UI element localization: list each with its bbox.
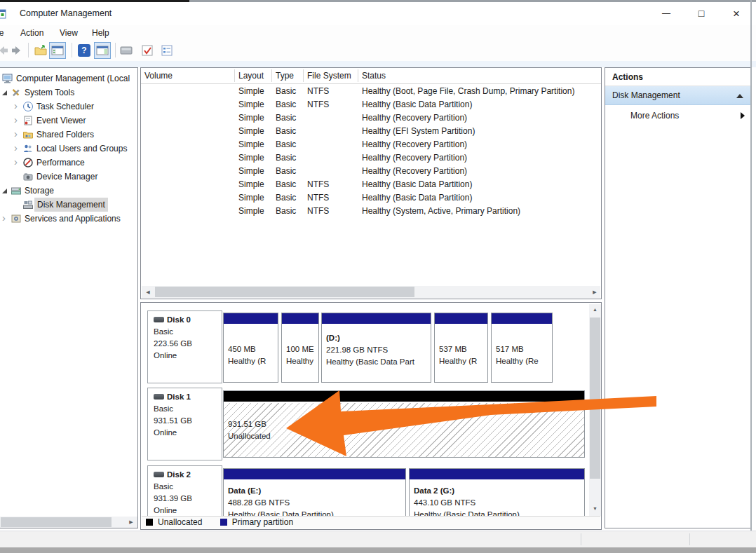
partition-size: 517 MB [496, 343, 552, 355]
partition-label: (D:) [326, 332, 431, 344]
volume-type: Basic [276, 125, 305, 138]
disk0-partition-5[interactable]: 517 MB Healthy (Re [491, 313, 553, 383]
sidebar-item-label: Local Users and Groups [36, 142, 127, 156]
volume-layout: Simple [238, 178, 274, 191]
statusbar-separator [581, 533, 581, 545]
export-list-button[interactable] [32, 42, 49, 59]
chevron-collapsed-icon[interactable]: › [14, 156, 18, 168]
more-actions-label: More Actions [630, 111, 679, 121]
chevron-expanded-icon[interactable] [2, 189, 7, 193]
table-row[interactable]: Data 2 (G:) Simple Basic NTFS Healthy (B… [141, 191, 601, 205]
chevron-collapsed-icon[interactable]: › [14, 100, 18, 112]
volume-fs: NTFS [307, 85, 359, 98]
column-separator [234, 69, 235, 82]
table-row[interactable]: (D:) Simple Basic NTFS Healthy (Basic Da… [141, 98, 601, 111]
partition-size: 443.10 GB NTFS [414, 497, 584, 509]
volume-status: Healthy (Basic Data Partition) [362, 191, 599, 205]
disk-vertical-scrollbar[interactable]: ▲ ▼ [589, 304, 601, 516]
disk0-partition-4[interactable]: 537 MB Healthy (R [434, 313, 488, 383]
table-row[interactable]: (Disk 0 partition 1) Simple Basic Health… [141, 111, 601, 125]
more-actions-item[interactable]: More Actions [605, 107, 750, 124]
table-row[interactable]: (Disk 0 partition 6) Simple Basic Health… [141, 151, 601, 165]
scrollbar-thumb[interactable] [590, 318, 600, 479]
disk0-partition-2[interactable]: 100 ME Healthy [281, 313, 319, 383]
console-window-button[interactable] [118, 42, 135, 59]
check-document-button[interactable] [139, 42, 156, 59]
toolbar: ? [0, 41, 756, 62]
volume-type: Basic [276, 85, 305, 98]
menu-file[interactable]: File [0, 25, 5, 41]
table-row[interactable]: (Disk 0 partition 5) Simple Basic Health… [141, 138, 601, 151]
volume-layout: Simple [238, 165, 274, 178]
partition-size: 931.51 GB [228, 418, 584, 430]
sidebar-item-label: Computer Management (Local [16, 71, 130, 86]
table-row[interactable]: Data (E:) Simple Basic NTFS Healthy (Bas… [141, 178, 601, 191]
minimize-button[interactable]: — [650, 2, 682, 25]
actions-section-label: Disk Management [612, 90, 680, 100]
sidebar-item-label: Device Manager [36, 170, 97, 184]
disk-size: 223.56 GB [154, 338, 222, 350]
collapse-section-icon[interactable] [736, 94, 743, 98]
scroll-down-icon[interactable]: ▼ [590, 506, 600, 516]
task-scheduler-icon [22, 101, 34, 112]
console-tree-toggle-button[interactable] [49, 42, 66, 59]
partition-status: Healthy (Re [496, 355, 552, 367]
chevron-expanded-icon[interactable] [2, 90, 7, 95]
forward-button[interactable] [8, 42, 25, 59]
column-header-type[interactable]: Type [276, 68, 294, 83]
close-button[interactable]: × [720, 2, 752, 25]
console-window-icon [119, 43, 133, 57]
disk0-partition-1[interactable]: 450 MB Healthy (R [223, 313, 278, 383]
disk2-partition-g[interactable]: Data 2 (G:) 443.10 GB NTFS Healthy (Basi… [409, 468, 585, 517]
partition-label: Data 2 (G:) [414, 485, 584, 497]
disk1-label[interactable]: Disk 1 Basic 931.51 GB Online [147, 388, 222, 460]
disk0-label[interactable]: Disk 0 Basic 223.56 GB Online [147, 310, 222, 383]
table-row[interactable]: (Disk 0 partition 2) Simple Basic Health… [141, 125, 601, 138]
tree-horizontal-scrollbar[interactable]: ▶ [0, 517, 137, 528]
menu-view[interactable]: View [58, 25, 79, 41]
properties-list-button[interactable] [158, 42, 175, 59]
scroll-right-icon[interactable]: ▶ [590, 289, 600, 299]
column-header-status[interactable]: Status [362, 68, 386, 83]
table-row[interactable]: System Reserved Simple Basic NTFS Health… [141, 205, 601, 218]
scrollbar-thumb[interactable] [155, 287, 414, 297]
column-header-file-system[interactable]: File System [307, 68, 351, 83]
primary-partition-bar [492, 313, 552, 325]
primary-partition-bar [224, 313, 278, 325]
scroll-left-icon[interactable]: ◀ [143, 289, 153, 299]
volume-status: Healthy (Basic Data Partition) [362, 98, 599, 111]
system-tools-icon [11, 87, 22, 98]
scroll-up-icon[interactable]: ▲ [590, 307, 600, 317]
column-header-volume[interactable]: Volume [144, 68, 173, 83]
disk2-label[interactable]: Disk 2 Basic 931.39 GB Online [147, 465, 222, 517]
disk1-unallocated-region[interactable]: 931.51 GB Unallocated [223, 390, 585, 458]
event-viewer-icon [22, 115, 34, 126]
sidebar-item-label: Task Scheduler [36, 100, 94, 114]
disk2-partition-e[interactable]: Data (E:) 488.28 GB NTFS Healthy (Basic … [223, 468, 406, 517]
maximize-button[interactable]: □ [685, 2, 717, 25]
window-title: Computer Management [20, 2, 112, 25]
chevron-collapsed-icon[interactable]: › [14, 142, 18, 154]
table-row[interactable]: (C:) Simple Basic NTFS Healthy (Boot, Pa… [141, 85, 601, 98]
menu-help[interactable]: Help [90, 25, 111, 41]
content-top-strip [0, 61, 756, 67]
volume-type: Basic [276, 165, 305, 178]
scroll-right-icon[interactable]: ▶ [126, 519, 136, 529]
chevron-collapsed-icon[interactable]: › [14, 114, 18, 126]
sidebar-item-label: Event Viewer [36, 114, 86, 128]
help-button[interactable]: ? [76, 42, 93, 59]
chevron-collapsed-icon[interactable]: › [2, 212, 6, 224]
statusbar [0, 531, 756, 548]
column-header-layout[interactable]: Layout [238, 68, 264, 83]
volume-horizontal-scrollbar[interactable]: ◀ ▶ [142, 286, 600, 298]
partition-status: Healthy (Basic Data Part [326, 356, 431, 368]
menu-action[interactable]: Action [19, 25, 45, 41]
disk0-partition-d[interactable]: (D:) 221.98 GB NTFS Healthy (Basic Data … [321, 313, 431, 383]
action-pane-toggle-button[interactable] [94, 42, 111, 59]
scrollbar-thumb[interactable] [1, 517, 112, 527]
disk-type: Basic [154, 481, 222, 493]
chevron-collapsed-icon[interactable]: › [14, 128, 18, 140]
actions-disk-management-section[interactable]: Disk Management [605, 86, 750, 105]
column-separator [358, 69, 358, 82]
table-row[interactable]: (Disk 3 partition 3) Simple Basic Health… [141, 165, 601, 178]
